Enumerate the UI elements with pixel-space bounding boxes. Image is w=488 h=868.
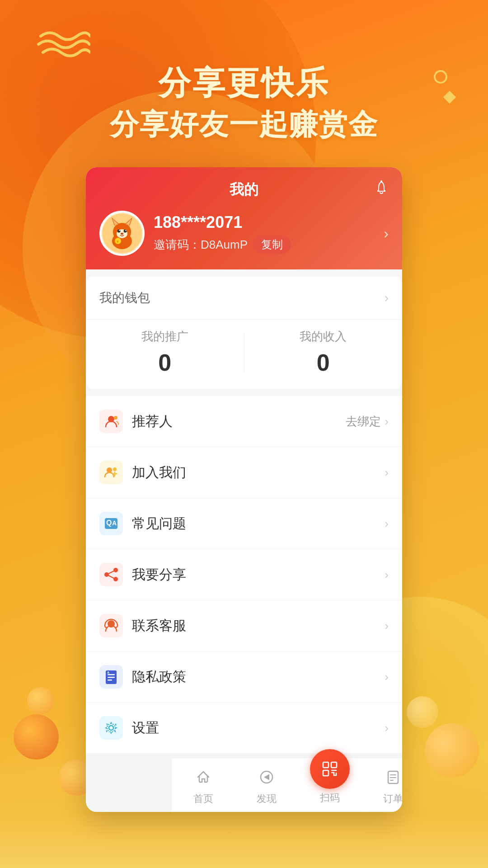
header-line1: 分享更快乐 <box>0 63 488 102</box>
decorative-ball-5 <box>407 696 438 728</box>
svg-point-26 <box>113 577 118 581</box>
nav-discover[interactable]: 发现 <box>235 758 298 812</box>
share-label: 我要分享 <box>132 566 375 584</box>
faq-icon: Q A <box>99 512 123 535</box>
bell-icon[interactable] <box>374 180 389 198</box>
svg-point-25 <box>113 568 118 572</box>
faq-right: › <box>385 517 389 531</box>
share-right: › <box>385 568 389 582</box>
svg-rect-41 <box>331 762 337 768</box>
discover-icon <box>258 769 275 789</box>
svg-point-10 <box>124 230 127 233</box>
wallet-row[interactable]: 我的钱包 › <box>86 277 402 320</box>
scan-button[interactable] <box>310 749 350 789</box>
service-right: › <box>385 619 389 633</box>
share-icon <box>99 563 123 586</box>
menu-item-service[interactable]: 联系客服 › <box>86 600 402 651</box>
decorative-ball-2 <box>14 714 59 760</box>
svg-point-12 <box>125 230 126 231</box>
nav-orders[interactable]: 订单 <box>361 758 402 812</box>
service-label: 联系客服 <box>132 617 375 635</box>
svg-point-9 <box>117 230 121 233</box>
home-icon <box>195 769 211 789</box>
settings-label: 设置 <box>132 719 375 737</box>
header-text: 分享更快乐 分享好友一起赚赏金 <box>0 63 488 144</box>
service-arrow: › <box>385 619 389 633</box>
card-header: 我的 <box>86 167 402 269</box>
menu-item-faq[interactable]: Q A 常见问题 › <box>86 498 402 549</box>
service-icon <box>99 614 123 637</box>
faq-arrow: › <box>385 517 389 531</box>
home-label: 首页 <box>193 792 213 806</box>
stat-income-value: 0 <box>244 349 403 376</box>
svg-rect-33 <box>108 677 115 678</box>
svg-marker-39 <box>265 775 269 779</box>
join-arrow: › <box>385 466 389 480</box>
svg-line-29 <box>108 576 114 578</box>
svg-point-37 <box>107 724 115 732</box>
orders-label: 订单 <box>383 792 402 806</box>
join-icon <box>99 461 123 484</box>
faq-label: 常见问题 <box>132 514 375 533</box>
svg-text:¥: ¥ <box>117 240 119 244</box>
card-title: 我的 <box>99 180 389 200</box>
menu-section: 推荐人 去绑定 › 加入我们 › <box>86 396 402 753</box>
stat-income-label: 我的收入 <box>244 329 403 344</box>
phone-card: 我的 <box>86 167 402 812</box>
copy-button[interactable]: 复制 <box>253 236 291 254</box>
share-arrow: › <box>385 568 389 582</box>
svg-point-11 <box>119 230 120 231</box>
profile-arrow[interactable]: › <box>384 225 389 242</box>
profile-row: ¥ 188****2071 邀请码：D8AumP 复制 › <box>99 211 389 256</box>
stats-row: 我的推广 0 我的收入 0 <box>86 320 402 389</box>
stat-promote-label: 我的推广 <box>86 329 244 344</box>
svg-point-0 <box>380 180 382 182</box>
svg-rect-42 <box>323 770 328 776</box>
privacy-label: 隐私政策 <box>132 668 375 686</box>
svg-text:A: A <box>112 519 117 527</box>
svg-point-13 <box>121 233 123 235</box>
menu-item-privacy[interactable]: A 隐私政策 › <box>86 651 402 703</box>
settings-icon <box>99 716 123 740</box>
svg-point-27 <box>104 572 109 577</box>
svg-text:A: A <box>107 671 109 674</box>
decorative-ball-4 <box>425 723 479 778</box>
recommend-icon <box>99 410 123 433</box>
recommend-arrow: › <box>385 415 389 429</box>
settings-arrow: › <box>385 721 389 735</box>
avatar: ¥ <box>99 211 145 256</box>
recommend-label: 推荐人 <box>132 412 337 431</box>
bottom-nav: 首页 发现 <box>172 758 402 812</box>
svg-point-36 <box>109 726 113 730</box>
privacy-arrow: › <box>385 670 389 684</box>
privacy-right: › <box>385 670 389 684</box>
orders-icon <box>385 769 401 789</box>
svg-rect-40 <box>323 762 328 768</box>
header-line2: 分享好友一起赚赏金 <box>0 106 488 143</box>
decorative-ball-1 <box>27 687 54 714</box>
scan-label: 扫码 <box>320 791 340 805</box>
nav-home[interactable]: 首页 <box>172 758 235 812</box>
stat-promote-value: 0 <box>86 349 244 376</box>
menu-item-recommend[interactable]: 推荐人 去绑定 › <box>86 396 402 447</box>
menu-item-settings[interactable]: 设置 › <box>86 703 402 753</box>
profile-invite-row: 邀请码：D8AumP 复制 <box>154 236 375 254</box>
svg-point-19 <box>113 467 117 471</box>
invite-label: 邀请码：D8AumP <box>154 237 248 253</box>
wallet-section: 我的钱包 › 我的推广 0 我的收入 0 <box>86 277 402 389</box>
profile-phone: 188****2071 <box>154 213 375 232</box>
wallet-arrow: › <box>385 291 389 305</box>
privacy-icon: A <box>99 665 123 689</box>
discover-label: 发现 <box>257 792 277 806</box>
menu-item-join[interactable]: 加入我们 › <box>86 447 402 498</box>
join-right: › <box>385 466 389 480</box>
nav-scan[interactable]: 扫码 <box>298 758 361 812</box>
menu-item-share[interactable]: 我要分享 › <box>86 549 402 600</box>
stat-promote: 我的推广 0 <box>86 329 244 376</box>
svg-point-17 <box>114 416 117 420</box>
join-label: 加入我们 <box>132 463 375 482</box>
recommend-sub: 去绑定 <box>346 414 381 429</box>
profile-info: 188****2071 邀请码：D8AumP 复制 <box>154 213 375 254</box>
settings-right: › <box>385 721 389 735</box>
svg-rect-32 <box>108 674 115 675</box>
